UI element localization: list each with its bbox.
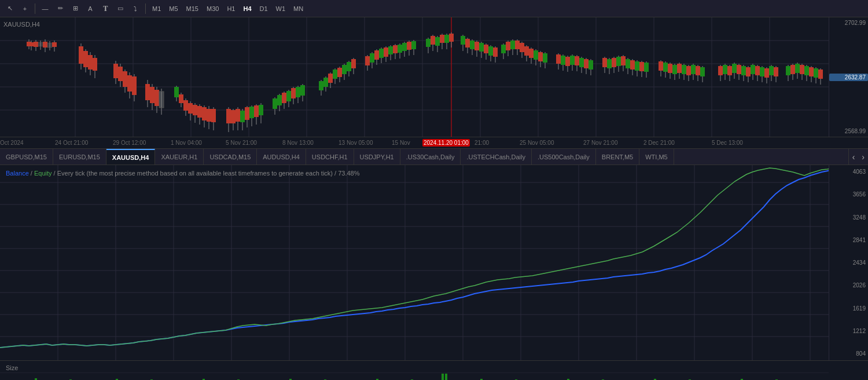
svg-rect-154 xyxy=(444,35,449,43)
svg-rect-218 xyxy=(621,56,626,65)
svg-rect-270 xyxy=(764,68,769,78)
main-chart: XAUUSD,H4 xyxy=(0,17,868,137)
tab-usdchf-h1[interactable]: USDCHF,H1 xyxy=(306,149,354,165)
svg-rect-180 xyxy=(515,41,520,49)
time-5nov: 5 Nov 21:00 xyxy=(226,140,257,146)
time-27nov: 27 Nov 21:00 xyxy=(583,140,618,146)
mn-btn[interactable]: MN xyxy=(290,2,306,15)
svg-rect-56 xyxy=(155,90,159,106)
rect-tool[interactable]: ▭ xyxy=(114,2,127,15)
tab-usdjpy-h1[interactable]: USDJPY,H1 xyxy=(354,149,400,165)
tab-usdcad-m15[interactable]: USDCAD,M15 xyxy=(204,149,257,165)
size-panel: Size xyxy=(0,361,868,380)
svg-rect-86 xyxy=(245,107,249,120)
svg-rect-288 xyxy=(814,68,818,78)
svg-rect-226 xyxy=(639,62,644,71)
svg-rect-46 xyxy=(123,71,127,87)
svg-rect-36 xyxy=(83,51,88,67)
svg-rect-92 xyxy=(259,105,263,115)
svg-rect-144 xyxy=(411,41,416,49)
tab-wti-m5[interactable]: WTI,M5 xyxy=(639,149,674,165)
bt-price-3: 3248 xyxy=(829,214,868,221)
svg-rect-74 xyxy=(207,109,211,122)
tab-us30-daily[interactable]: .US30Cash,Daily xyxy=(400,149,461,165)
tabs-next-btn[interactable]: › xyxy=(858,149,868,165)
crosshair-tool[interactable]: + xyxy=(19,2,31,15)
svg-rect-52 xyxy=(145,84,150,100)
time-2dec: 2 Dec 21:00 xyxy=(643,140,675,146)
svg-rect-220 xyxy=(626,59,630,68)
svg-rect-34 xyxy=(79,46,83,64)
svg-rect-122 xyxy=(351,59,356,68)
svg-rect-186 xyxy=(529,49,534,58)
tab-ustech-daily[interactable]: .USTECHCash,Daily xyxy=(461,149,531,165)
svg-rect-132 xyxy=(384,48,388,57)
size-bars xyxy=(0,372,829,380)
time-24oct: 24 Oct 21:00 xyxy=(55,140,88,146)
svg-rect-170 xyxy=(488,46,493,56)
svg-rect-274 xyxy=(774,67,778,76)
svg-rect-64 xyxy=(183,100,188,111)
svg-rect-248 xyxy=(700,67,705,76)
svg-rect-174 xyxy=(501,45,506,53)
arrow-tool[interactable]: ⤵ xyxy=(129,2,142,15)
tabs-bar: GBPUSD,M15 EURUSD,M15 XAUUSD,H4 XAUEUR,H… xyxy=(0,149,868,165)
time-axis: Oct 2024 24 Oct 21:00 29 Oct 12:00 1 Nov… xyxy=(0,137,868,149)
time-current: 2024.11.20 01:00 xyxy=(422,139,470,147)
svg-rect-80 xyxy=(231,110,236,123)
bt-price-1: 4063 xyxy=(829,169,868,175)
svg-rect-282 xyxy=(800,65,804,74)
svg-rect-146 xyxy=(426,39,431,47)
tab-eurusd-m15[interactable]: EURUSD,M15 xyxy=(53,149,106,165)
price-current: 2632.87 xyxy=(829,74,868,81)
tab-audusd-h4[interactable]: AUDUSD,H4 xyxy=(257,149,306,165)
svg-rect-278 xyxy=(790,65,795,74)
svg-rect-246 xyxy=(696,66,700,75)
svg-rect-152 xyxy=(440,35,444,43)
svg-rect-212 xyxy=(607,59,612,68)
cursor-tool[interactable]: ↖ xyxy=(3,2,16,15)
time-oct2024: Oct 2024 xyxy=(0,140,24,146)
pencil-tool[interactable]: ✏ xyxy=(54,2,67,15)
price-mid: 2568.99 xyxy=(829,128,868,134)
h4-btn[interactable]: H4 xyxy=(240,2,254,15)
line-tool[interactable]: — xyxy=(39,2,52,15)
svg-rect-112 xyxy=(328,74,333,83)
text2-tool[interactable]: 𝐓 xyxy=(99,2,112,15)
svg-rect-332 xyxy=(442,374,444,380)
svg-rect-102 xyxy=(291,88,296,98)
tab-xauusd-h4[interactable]: XAUUSD,H4 xyxy=(106,149,156,165)
svg-rect-188 xyxy=(534,50,538,60)
m30-btn[interactable]: M30 xyxy=(204,2,222,15)
svg-rect-136 xyxy=(393,45,398,53)
time-1nov: 1 Nov 04:00 xyxy=(171,140,202,146)
w1-btn[interactable]: W1 xyxy=(273,2,289,15)
svg-rect-172 xyxy=(493,48,498,57)
tabs-prev-btn[interactable]: ‹ xyxy=(849,149,859,165)
tab-us500-daily[interactable]: .US500Cash,Daily xyxy=(532,149,596,165)
price-axis: 2702.99 2632.87 2568.99 xyxy=(829,17,868,137)
m5-btn[interactable]: M5 xyxy=(166,2,181,15)
svg-rect-194 xyxy=(556,54,561,64)
svg-rect-40 xyxy=(93,58,97,71)
m15-btn[interactable]: M15 xyxy=(183,2,201,15)
time-5dec: 5 Dec 13:00 xyxy=(712,140,743,146)
svg-rect-90 xyxy=(254,105,259,117)
tab-gbpusd-m15[interactable]: GBPUSD,M15 xyxy=(0,149,53,165)
multi-tool[interactable]: ⊞ xyxy=(69,2,82,15)
d1-btn[interactable]: D1 xyxy=(257,2,271,15)
divider-1 xyxy=(35,3,35,14)
svg-rect-234 xyxy=(668,64,672,73)
svg-rect-162 xyxy=(470,41,475,49)
svg-rect-236 xyxy=(672,65,677,74)
balance-label: Balance xyxy=(6,170,29,177)
svg-rect-280 xyxy=(795,64,800,73)
tab-xaueur-h1[interactable]: XAUEUR,H1 xyxy=(155,149,204,165)
h1-btn[interactable]: H1 xyxy=(224,2,238,15)
text-tool[interactable]: A xyxy=(84,2,97,15)
tab-brent-m5[interactable]: BRENT,M5 xyxy=(596,149,639,165)
m1-btn[interactable]: M1 xyxy=(149,2,164,15)
svg-rect-192 xyxy=(543,53,547,63)
svg-rect-116 xyxy=(337,68,342,77)
bt-price-2: 3656 xyxy=(829,191,868,198)
